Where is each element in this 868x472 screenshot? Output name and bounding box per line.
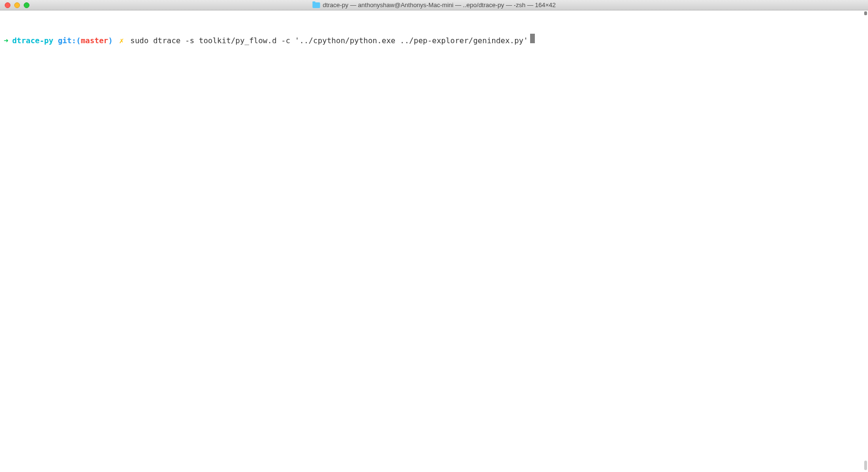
folder-icon: [312, 2, 320, 8]
git-dirty-icon: ✗: [119, 36, 124, 46]
prompt-line: ➜ dtrace-py git:( master ) ✗ sudo dtrace…: [4, 34, 864, 46]
git-suffix: ): [108, 36, 113, 46]
window-title-bar: dtrace-py — anthonyshaw@Anthonys-Mac-min…: [0, 0, 868, 10]
window-title-text: dtrace-py — anthonyshaw@Anthonys-Mac-min…: [323, 1, 556, 9]
maximize-button[interactable]: [24, 2, 29, 8]
prompt-arrow-icon: ➜: [4, 36, 9, 46]
window-controls: [0, 2, 29, 8]
terminal-cursor: [530, 34, 535, 43]
scrollbar-top-indicator[interactable]: [864, 11, 867, 15]
scrollbar-thumb[interactable]: [864, 461, 867, 470]
minimize-button[interactable]: [14, 2, 20, 8]
close-button[interactable]: [5, 2, 10, 8]
terminal-content[interactable]: ➜ dtrace-py git:( master ) ✗ sudo dtrace…: [0, 10, 868, 59]
command-text: sudo dtrace -s toolkit/py_flow.d -c '../…: [131, 36, 528, 46]
window-title: dtrace-py — anthonyshaw@Anthonys-Mac-min…: [312, 1, 556, 9]
git-branch: master: [81, 36, 108, 46]
git-prefix: git:(: [58, 36, 81, 46]
prompt-directory: dtrace-py: [12, 36, 54, 46]
